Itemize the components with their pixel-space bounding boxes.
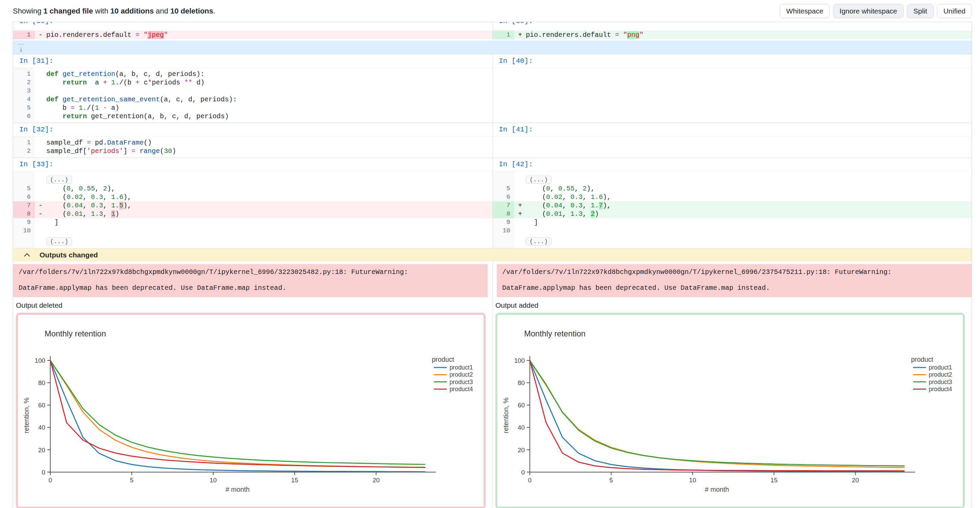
code-line: 8- (0.01, 1.3, 1) xyxy=(13,210,492,218)
code-text: pio.renderers.default = "jpeg" xyxy=(46,31,492,39)
line-number: 9 xyxy=(493,218,514,227)
retention-chart-deleted: 05101520020406080100Monthly retention# m… xyxy=(16,313,485,508)
cell-header-row: In [33]: In [42]: xyxy=(13,157,972,171)
code-line: 8+ (0.01, 1.3, 2) xyxy=(493,210,972,218)
collapsed-lines-pill[interactable]: (...) xyxy=(526,176,552,184)
line-number xyxy=(13,175,35,184)
svg-text:product1: product1 xyxy=(929,364,952,371)
svg-text:20: 20 xyxy=(852,476,859,484)
line-number xyxy=(493,237,514,246)
cell-prompt-left: In [30]: xyxy=(13,22,492,25)
code-line: 5 b = 1./(1 - a) xyxy=(13,104,492,112)
code-line: 3 xyxy=(13,87,492,95)
code-line: (...) xyxy=(13,175,492,184)
svg-text:# month: # month xyxy=(225,486,250,493)
svg-text:10: 10 xyxy=(689,476,696,484)
svg-text:product4: product4 xyxy=(929,386,952,392)
diff-marker xyxy=(35,147,46,156)
diff-marker xyxy=(514,193,526,201)
code-text: (0, 0.55, 2), xyxy=(526,184,972,193)
diff-marker xyxy=(514,218,526,227)
cell-prompt-right: In [41]: xyxy=(493,125,533,133)
collapse-chevron-icon[interactable] xyxy=(23,252,31,257)
svg-text:product: product xyxy=(911,356,933,363)
diff-marker xyxy=(35,227,46,235)
diff-marker xyxy=(514,184,526,193)
code-line: 1def get_retention(a, b, c, d, periods): xyxy=(13,70,492,78)
svg-text:80: 80 xyxy=(518,379,525,386)
code-text: (...) xyxy=(526,237,972,246)
svg-text:60: 60 xyxy=(38,402,45,409)
code-text: return a + 1./(b + c*periods ** d) xyxy=(46,78,492,87)
whitespace-button[interactable]: Whitespace xyxy=(780,4,830,18)
svg-text:retention, %: retention, % xyxy=(23,398,30,433)
line-number xyxy=(493,175,514,184)
code-line: 6 return get_retention(a, b, c, d, perio… xyxy=(13,112,492,121)
diff-marker xyxy=(35,175,46,184)
output-change-labels: Output deleted Output added xyxy=(13,297,972,311)
retention-chart-added: 05101520020406080100Monthly retention# m… xyxy=(495,313,965,508)
svg-text:15: 15 xyxy=(291,476,298,484)
code-line: 1+pio.renderers.default = "png" xyxy=(493,31,972,39)
svg-text:retention, %: retention, % xyxy=(502,398,510,433)
cell-header-row: In [32]: In [41]: xyxy=(13,122,972,137)
code-line: 10 xyxy=(13,227,492,235)
line-number: 7 xyxy=(493,201,514,210)
line-number: 6 xyxy=(13,112,35,121)
svg-text:Monthly retention: Monthly retention xyxy=(524,329,585,338)
collapsed-lines-pill[interactable]: (...) xyxy=(46,176,72,184)
code-line: 2 return a + 1./(b + c*periods ** d) xyxy=(13,78,492,87)
diff-marker xyxy=(35,237,46,246)
svg-text:100: 100 xyxy=(514,357,525,364)
output-charts: 05101520020406080100Monthly retention# m… xyxy=(13,311,972,508)
code-text: sample_df['periods'] = range(30) xyxy=(46,147,492,156)
retention-chart-svg: 05101520020406080100Monthly retention# m… xyxy=(498,315,963,506)
warning-path: /var/folders/7v/1ln722x97kd8bchgxpmdkynw… xyxy=(19,268,482,276)
diff-marker xyxy=(514,227,526,235)
code-text: b = 1./(1 - a) xyxy=(46,104,492,112)
unified-view-button[interactable]: Unified xyxy=(937,4,972,18)
code-line: 1-pio.renderers.default = "jpeg" xyxy=(13,31,492,39)
stderr-output-deleted: /var/folders/7v/1ln722x97kd8bchgxpmdkynw… xyxy=(13,264,488,297)
code-text: (...) xyxy=(46,237,492,246)
code-text: ] xyxy=(46,218,492,227)
collapsed-lines-pill[interactable]: (...) xyxy=(46,237,72,246)
collapsed-lines-pill[interactable]: (...) xyxy=(526,237,552,246)
code-text: (...) xyxy=(526,175,972,184)
code-line: 10 xyxy=(493,227,972,235)
svg-text:0: 0 xyxy=(42,469,45,476)
diff-marker: + xyxy=(514,31,526,39)
line-number: 5 xyxy=(13,104,35,112)
code-text: (0.01, 1.3, 2) xyxy=(526,210,972,218)
diff-marker xyxy=(35,138,46,147)
expand-context-bar[interactable]: ···↓ xyxy=(13,41,972,54)
line-number: 9 xyxy=(13,218,35,227)
line-number: 1 xyxy=(13,31,35,39)
warning-path: /var/folders/7v/1ln722x97kd8bchgxpmdkynw… xyxy=(502,268,966,276)
svg-text:40: 40 xyxy=(38,424,45,431)
code-line: (...) xyxy=(493,175,972,184)
stderr-output-added: /var/folders/7v/1ln722x97kd8bchgxpmdkynw… xyxy=(497,264,972,297)
line-number: 1 xyxy=(13,70,35,78)
code-text xyxy=(526,227,972,235)
svg-text:60: 60 xyxy=(518,402,525,409)
line-number: 3 xyxy=(13,87,35,95)
notebook-diff-container: In [30]: In [39]: 1-pio.renderers.defaul… xyxy=(13,22,972,508)
code-line: 7- (0.04, 0.3, 1.5), xyxy=(13,201,492,210)
svg-text:product3: product3 xyxy=(929,379,952,386)
svg-text:10: 10 xyxy=(210,476,216,484)
diff-marker xyxy=(514,237,526,246)
outputs-changed-banner: Outputs changed xyxy=(13,248,972,262)
cell-prompt-right: In [39]: xyxy=(493,22,972,25)
ignore-whitespace-button[interactable]: Ignore whitespace xyxy=(833,4,903,18)
split-view-button[interactable]: Split xyxy=(907,4,934,18)
svg-text:20: 20 xyxy=(38,446,45,453)
summary-prefix: Showing xyxy=(13,7,44,15)
code-text: def get_retention_same_event(a, c, d, pe… xyxy=(46,95,492,104)
code-text: return get_retention(a, b, c, d, periods… xyxy=(46,112,492,121)
line-number xyxy=(13,237,35,246)
diff-marker xyxy=(35,104,46,112)
svg-text:20: 20 xyxy=(518,446,525,453)
code-text: pio.renderers.default = "png" xyxy=(526,31,972,39)
line-number: 2 xyxy=(13,78,35,87)
